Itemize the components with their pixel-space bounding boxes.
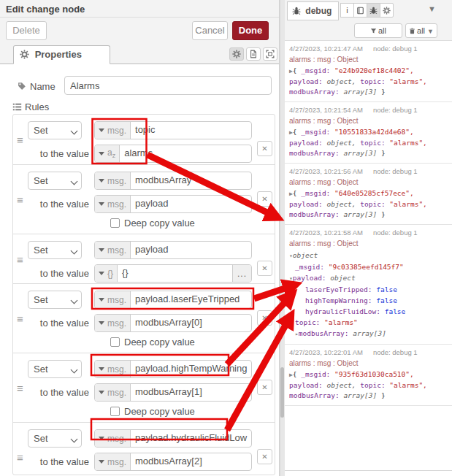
message-topic: alarms : msg : Object xyxy=(289,178,448,186)
drag-handle-icon[interactable]: ≡ xyxy=(17,253,23,265)
tab-debug[interactable]: debug xyxy=(287,1,339,20)
chevron-down-icon xyxy=(99,298,104,302)
remove-rule-button[interactable]: ✕ xyxy=(257,449,272,464)
remove-rule-button[interactable]: ✕ xyxy=(257,380,272,395)
remove-rule-button[interactable]: ✕ xyxy=(257,261,272,276)
rule-action-select[interactable]: Set xyxy=(28,291,82,309)
dialog-header: Edit change node xyxy=(0,0,279,18)
gear-icon xyxy=(232,50,241,58)
rule-value-field[interactable]: msg. payload xyxy=(94,195,252,213)
value-type-button[interactable]: az xyxy=(95,145,120,162)
tab-properties-label: Properties xyxy=(35,49,82,60)
node-appearance-button[interactable] xyxy=(263,47,277,61)
property-type-button[interactable]: msg. xyxy=(95,361,131,377)
tag-icon xyxy=(18,82,26,91)
message-node: node: debug 1 xyxy=(373,45,418,53)
book-icon xyxy=(356,7,364,15)
deep-copy-checkbox[interactable] xyxy=(110,218,120,228)
message-topic: alarms : msg : Object xyxy=(289,117,448,125)
property-type-button[interactable]: msg. xyxy=(95,172,131,189)
chevron-down-icon xyxy=(99,321,104,325)
property-type-button[interactable]: msg. xyxy=(95,430,131,447)
rule-value-field[interactable]: az alarms xyxy=(94,145,252,163)
expand-editor-button[interactable]: ... xyxy=(232,265,251,282)
node-properties-button[interactable] xyxy=(229,47,244,61)
rule-property-field[interactable]: msg. payload.hydraulicFluidLow xyxy=(94,429,252,448)
bug-icon xyxy=(292,7,301,15)
cancel-button[interactable]: Cancel xyxy=(192,21,228,40)
value-type-button[interactable]: msg. xyxy=(95,196,131,212)
rule-value-field[interactable]: msg. modbusArray[1] xyxy=(94,383,252,402)
clear-messages-button[interactable]: all▼ xyxy=(405,23,437,38)
debug-message: 4/27/2023, 10:21:56 AMnode: debug 1 alar… xyxy=(285,164,452,225)
message-timestamp: 4/27/2023, 10:22:01 AM xyxy=(289,348,363,356)
chevron-down-icon[interactable]: ▼ xyxy=(428,4,436,13)
debug-tab-button[interactable] xyxy=(367,3,380,18)
remove-rule-button[interactable]: ✕ xyxy=(257,191,272,207)
message-json-preview: ▶{ _msgid: "10551833a42d4e68", payload: … xyxy=(289,127,448,158)
rule-property-field[interactable]: msg. topic xyxy=(94,121,252,139)
rule-property-field[interactable]: msg. modbusArray xyxy=(94,172,252,190)
message-json-tree: ▾object _msgid: "9c03385eefd145f7" ▾payl… xyxy=(289,250,448,339)
value-type-button[interactable]: msg. xyxy=(95,453,131,470)
debug-message: 4/27/2023, 10:21:54 AMnode: debug 1 alar… xyxy=(285,102,452,164)
rule-row-2: ≡ Set msg. modbusArray ✕ to the value ms… xyxy=(13,164,275,234)
tab-properties[interactable]: Properties xyxy=(13,45,110,64)
deep-copy-checkbox[interactable] xyxy=(110,407,120,416)
value-type-button[interactable]: msg. xyxy=(95,384,131,401)
rules-label: Rules xyxy=(12,101,49,112)
config-tab-button[interactable] xyxy=(380,3,394,18)
debug-sidebar: debug i ▼ all nodes▼ all▼ 4/27/2023, 10:… xyxy=(285,0,452,476)
to-value-label: to the value xyxy=(13,318,89,329)
message-topic: alarms : msg : Object xyxy=(289,239,448,247)
remove-rule-button[interactable]: ✕ xyxy=(257,141,272,156)
filter-nodes-button[interactable]: all nodes▼ xyxy=(354,23,402,38)
name-input[interactable] xyxy=(64,76,272,95)
chevron-down-icon xyxy=(71,436,78,443)
scrollbar-thumb[interactable] xyxy=(280,367,284,418)
rule-value-field[interactable]: msg. modbusArray[0] xyxy=(94,314,252,332)
rule-action-select[interactable]: Set xyxy=(28,121,82,139)
rule-property-field[interactable]: msg. payload.laserEyeTripped xyxy=(94,291,252,309)
rule-row-1: ≡ Set msg. topic ✕ to the value az alarm… xyxy=(13,115,275,164)
message-timestamp: 4/27/2023, 10:21:47 AM xyxy=(289,45,363,53)
chevron-down-icon xyxy=(99,152,104,156)
value-type-button[interactable]: {} xyxy=(95,265,118,282)
remove-rule-button[interactable]: ✕ xyxy=(257,310,272,326)
message-topic: alarms : msg : Object xyxy=(289,55,448,64)
message-timestamp: 4/27/2023, 10:21:58 AM xyxy=(289,229,363,237)
rule-property-field[interactable]: msg. payload.highTempWarning xyxy=(94,360,252,378)
rule-value-field[interactable]: msg. modbusArray[2] xyxy=(94,453,252,471)
done-button[interactable]: Done xyxy=(232,21,269,40)
rule-property-field[interactable]: msg. payload xyxy=(94,241,252,259)
property-type-button[interactable]: msg. xyxy=(95,291,131,308)
deep-copy-label: Deep copy value xyxy=(124,337,195,348)
chevron-down-icon xyxy=(99,391,104,394)
chevron-down-icon xyxy=(99,367,104,371)
message-json-preview: ▶{ _msgid: "935f63d1030ca510", payload: … xyxy=(289,369,448,401)
rule-row-4: ≡ Set msg. payload.laserEyeTripped ✕ to … xyxy=(13,283,275,353)
funnel-icon xyxy=(370,28,377,34)
rule-action-select[interactable]: Set xyxy=(28,429,82,448)
chevron-down-icon xyxy=(71,297,78,304)
drag-handle-icon[interactable]: ≡ xyxy=(17,134,23,146)
node-description-button[interactable] xyxy=(246,47,261,61)
property-type-button[interactable]: msg. xyxy=(95,122,131,139)
chevron-down-icon xyxy=(99,248,104,252)
deep-copy-checkbox[interactable] xyxy=(110,337,120,347)
debug-message: 4/27/2023, 10:21:47 AMnode: debug 1 alar… xyxy=(285,41,452,102)
rule-action-select[interactable]: Set xyxy=(28,241,82,259)
debug-message-expanded: 4/27/2023, 10:21:58 AMnode: debug 1 alar… xyxy=(285,225,452,345)
delete-button[interactable]: Delete xyxy=(6,21,47,40)
help-tab-button[interactable] xyxy=(353,3,367,18)
value-type-button[interactable]: msg. xyxy=(95,315,131,331)
chevron-down-icon xyxy=(71,178,78,185)
info-tab-button[interactable]: i xyxy=(340,3,354,18)
rule-action-select[interactable]: Set xyxy=(28,360,82,378)
gear-icon xyxy=(20,50,29,59)
property-type-button[interactable]: msg. xyxy=(95,242,131,258)
rule-action-select[interactable]: Set xyxy=(28,172,82,190)
sidebar-footer-divider xyxy=(285,470,452,471)
rule-value-field[interactable]: {} {} ... xyxy=(94,264,252,283)
rule-row-3: ≡ Set msg. payload ✕ to the value {} {} … xyxy=(13,234,275,283)
